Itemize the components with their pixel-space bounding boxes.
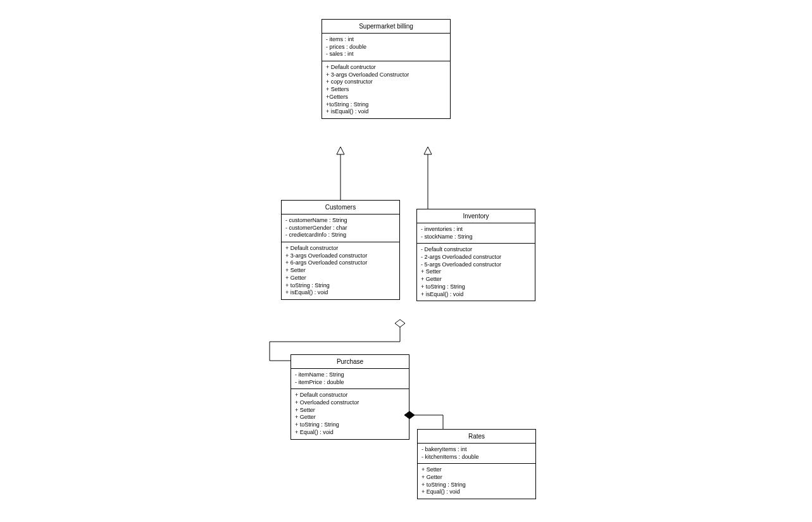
class-purchase: Purchase - itemName : String - itemPrice… [290, 354, 409, 440]
attr: - itemPrice : double [295, 379, 405, 387]
generalization-inventory-to-supermarket [424, 147, 432, 209]
composition-purchase-rates [404, 411, 443, 429]
op: + Default constructor [295, 392, 405, 399]
attr: - itemName : String [295, 371, 405, 379]
op: + isEqual() : void [285, 289, 396, 297]
op: + Setter [421, 268, 531, 276]
op: + copy constructor [326, 78, 446, 86]
op: + Getter [285, 275, 396, 282]
op: + Getter [422, 474, 532, 482]
op: + Default contructor [326, 64, 446, 71]
attr: - credietcardInfo : String [285, 232, 396, 239]
generalization-customers-to-supermarket [337, 147, 344, 200]
op: + 3-args Overloaded constructor [285, 252, 396, 260]
op: + Equal() : void [295, 429, 405, 437]
class-title: Inventory [417, 209, 535, 223]
op: + toString : String [295, 421, 405, 429]
attrs-section: - itemName : String - itemPrice : double [291, 369, 409, 389]
class-title: Rates [418, 430, 535, 444]
attr: - stockName : String [421, 233, 531, 241]
class-customers: Customers - customerName : String - cust… [281, 200, 400, 300]
op: + toString : String [422, 482, 532, 489]
op: + Setter [285, 267, 396, 275]
svg-marker-4 [395, 320, 405, 327]
attrs-section: - customerName : String - customerGender… [282, 214, 399, 242]
op: + isEqual() : void [326, 108, 446, 116]
op: + Getter [295, 414, 405, 421]
svg-marker-3 [424, 147, 432, 154]
attr: - sales : int [326, 51, 446, 58]
attrs-section: - items : int - prices : double - sales … [322, 34, 450, 61]
op: + Overloaded constructor [295, 399, 405, 407]
op: + 6-args Overloaded constructor [285, 259, 396, 267]
op: - Default constructor [421, 246, 531, 254]
class-title: Customers [282, 201, 399, 214]
attr: - customerName : String [285, 217, 396, 225]
ops-section: + Setter + Getter + toString : String + … [418, 464, 535, 499]
class-inventory: Inventory - inventories : int - stockNam… [416, 209, 535, 301]
class-supermarket-billing: Supermarket billing - items : int - pric… [322, 19, 451, 119]
attr: - inventories : int [421, 226, 531, 233]
op: + toString : String [421, 283, 531, 291]
op: + isEqual() : void [421, 291, 531, 299]
ops-section: + Default contructor + 3-args Overloaded… [322, 61, 450, 118]
ops-section: + Default constructor + 3-args Overloade… [282, 242, 399, 299]
attr: - kitchenItems : double [422, 454, 532, 461]
op: + toString : String [285, 282, 396, 290]
op: + Default constructor [285, 245, 396, 252]
op: + 3-args Overloaded Constructor [326, 71, 446, 79]
op: + Getter [421, 276, 531, 283]
class-title: Purchase [291, 355, 409, 369]
class-rates: Rates - bakeryItems : int - kitchenItems… [417, 429, 536, 499]
attr: - customerGender : char [285, 225, 396, 232]
op: + Setters [326, 86, 446, 94]
attrs-section: - inventories : int - stockName : String [417, 223, 535, 244]
class-title: Supermarket billing [322, 20, 450, 34]
ops-section: - Default constructor - 2-args Overloade… [417, 244, 535, 301]
op: +toString : String [326, 101, 446, 109]
ops-section: + Default constructor + Overloaded const… [291, 389, 409, 438]
attrs-section: - bakeryItems : int - kitchenItems : dou… [418, 444, 535, 464]
op: - 5-args Overloaded constructor [421, 261, 531, 269]
op: + Setter [422, 466, 532, 474]
op: +Getters [326, 94, 446, 101]
attr: - prices : double [326, 44, 446, 51]
svg-marker-1 [337, 147, 344, 154]
attr: - items : int [326, 36, 446, 44]
op: + Setter [295, 407, 405, 414]
attr: - bakeryItems : int [422, 446, 532, 454]
op: + Equal() : void [422, 488, 532, 496]
op: - 2-args Overloaded constructor [421, 254, 531, 261]
